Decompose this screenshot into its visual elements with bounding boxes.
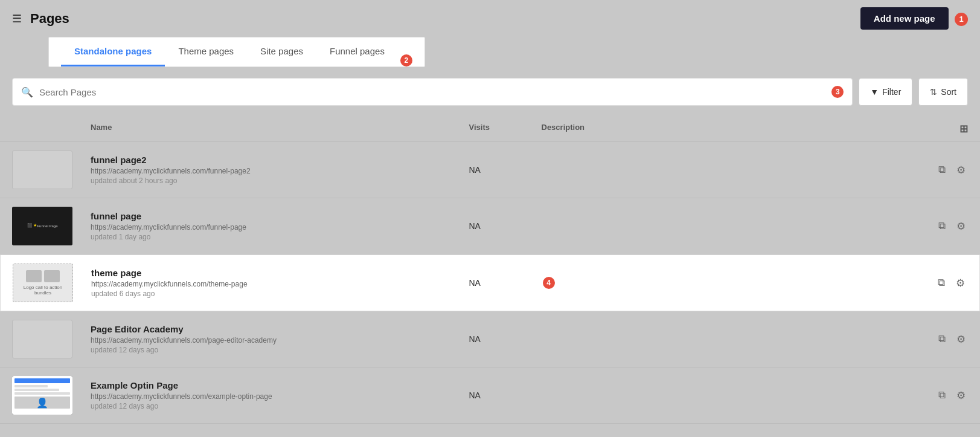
filter-icon: ▼ [870,87,879,97]
badge-3: 3 [831,86,844,98]
page-info-5: Example Optin Page https://academy.mycli… [91,380,469,410]
col-thumbnail [12,123,91,135]
table-header: Name Visits Description ⊞ [0,117,980,142]
thumb-box-left [26,270,42,282]
page-info-3: theme page https://academy.myclickfunnel… [91,268,469,298]
table-wrapper: Name Visits Description ⊞ funnel page2 h… [0,117,980,424]
page-info-2: funnel page https://academy.myclickfunne… [91,211,469,241]
header-right: Add new page 1 [860,7,968,30]
page-info-1: funnel page2 https://academy.myclickfunn… [91,155,469,185]
row-actions-2: ⧉ ⚙ [920,218,968,235]
page-url-2: https://academy.myclickfunnels.com/funne… [91,223,469,231]
search-icon: 🔍 [21,86,33,98]
thumbnail-theme-3: Logo call to action bundles [13,264,73,302]
badge-4: 4 [543,277,555,289]
filter-button[interactable]: ▼ Filter [859,78,912,106]
table-row: Page Editor Academy https://academy.mycl… [0,311,980,367]
header-left: ☰ Pages [12,11,69,27]
copy-icon-1[interactable]: ⧉ [936,161,948,178]
launch-content-lines [14,385,70,395]
table-row: Logo call to action bundles theme page h… [0,254,980,311]
thumb-boxes-3 [26,270,60,282]
page-url-1: https://academy.myclickfunnels.com/funne… [91,167,469,175]
page-name-2: funnel page [91,211,469,221]
settings-icon-3[interactable]: ⚙ [953,274,967,292]
page-info-4: Page Editor Academy https://academy.mycl… [91,324,469,354]
grid-view-icon[interactable]: ⊞ [959,123,968,135]
thumbnail-dark-inner-2: ⬛ ★ Funnel Page [12,207,72,245]
visits-5: NA [469,390,542,400]
page-name-3: theme page [91,268,469,278]
thumbnail-empty-4 [12,320,72,358]
page-url-5: https://academy.myclickfunnels.com/examp… [91,392,469,401]
page-header: ☰ Pages Add new page 1 [0,0,980,37]
filter-label: Filter [882,87,901,97]
launch-image-placeholder: 👤 [14,397,70,409]
copy-icon-4[interactable]: ⧉ [936,331,948,348]
launch-line [14,389,59,391]
sort-button[interactable]: ⇅ Sort [918,78,968,106]
col-visits: Visits [469,123,542,135]
table-row: 👤 Example Optin Page https://academy.myc… [0,367,980,424]
page-title: Pages [30,11,69,27]
settings-icon-2[interactable]: ⚙ [954,218,968,235]
col-name: Name [91,123,469,135]
hamburger-icon[interactable]: ☰ [12,12,22,25]
tab-funnel-pages[interactable]: Funnel pages [316,37,398,66]
row-thumbnail-3: Logo call to action bundles [13,264,91,302]
settings-icon-5[interactable]: ⚙ [954,387,968,404]
sort-icon: ⇅ [930,87,937,97]
table-row: funnel page2 https://academy.myclickfunn… [0,142,980,198]
page-url-3: https://academy.myclickfunnels.com/theme… [91,280,469,288]
launch-header-bar [14,378,70,383]
row-thumbnail-4 [12,320,91,358]
row-thumbnail-1 [12,151,91,189]
row-actions-4: ⧉ ⚙ [920,331,968,348]
visits-4: NA [469,334,542,344]
thumbnail-empty-1 [12,151,72,189]
search-row: 🔍 3 ▼ Filter ⇅ Sort [0,67,980,117]
tab-theme-pages[interactable]: Theme pages [165,37,247,66]
table-row: ⬛ ★ Funnel Page funnel page https://acad… [0,198,980,254]
tabs-bar: Standalone pages Theme pages Site pages … [48,37,425,67]
copy-icon-5[interactable]: ⧉ [936,387,948,404]
copy-icon-3[interactable]: ⧉ [935,274,947,291]
settings-icon-4[interactable]: ⚙ [954,331,968,348]
page-name-5: Example Optin Page [91,380,469,390]
page-name-4: Page Editor Academy [91,324,469,334]
thumb-box-right [44,270,60,282]
settings-icon-1[interactable]: ⚙ [954,161,968,179]
page-updated-4: updated 12 days ago [91,346,469,354]
thumbnail-launch-5: 👤 [12,376,72,415]
page-updated-1: updated about 2 hours ago [91,176,469,185]
visits-1: NA [469,165,542,175]
visits-2: NA [469,221,542,231]
col-description: Description [542,123,920,135]
add-new-page-button[interactable]: Add new page [860,7,949,30]
row-thumbnail-2: ⬛ ★ Funnel Page [12,207,91,245]
row-actions-1: ⧉ ⚙ [920,161,968,179]
page-name-1: funnel page2 [91,155,469,165]
launch-line [14,392,70,395]
badge-1: 1 [955,13,968,26]
tab-site-pages[interactable]: Site pages [247,37,316,66]
visits-3: NA [469,278,542,288]
copy-icon-2[interactable]: ⧉ [936,218,948,235]
page-updated-3: updated 6 days ago [91,290,469,298]
col-actions: ⊞ [920,123,968,135]
thumbnail-dark-2: ⬛ ★ Funnel Page [12,207,72,245]
row-actions-3: ⧉ ⚙ [919,274,967,292]
page-updated-5: updated 12 days ago [91,402,469,410]
row-actions-5: ⧉ ⚙ [920,387,968,404]
search-container: 🔍 3 [12,78,853,106]
thumbnail-launch-inner-5: 👤 [12,376,72,415]
launch-line [14,385,48,387]
row-thumbnail-5: 👤 [12,376,91,415]
page-updated-2: updated 1 day ago [91,233,469,241]
search-input[interactable] [39,87,829,97]
thumb-label-3: Logo call to action bundles [17,285,69,296]
page-url-4: https://academy.myclickfunnels.com/page-… [91,336,469,345]
sort-label: Sort [941,87,956,97]
description-3: 4 [542,277,920,289]
tab-standalone-pages[interactable]: Standalone pages [61,37,165,66]
